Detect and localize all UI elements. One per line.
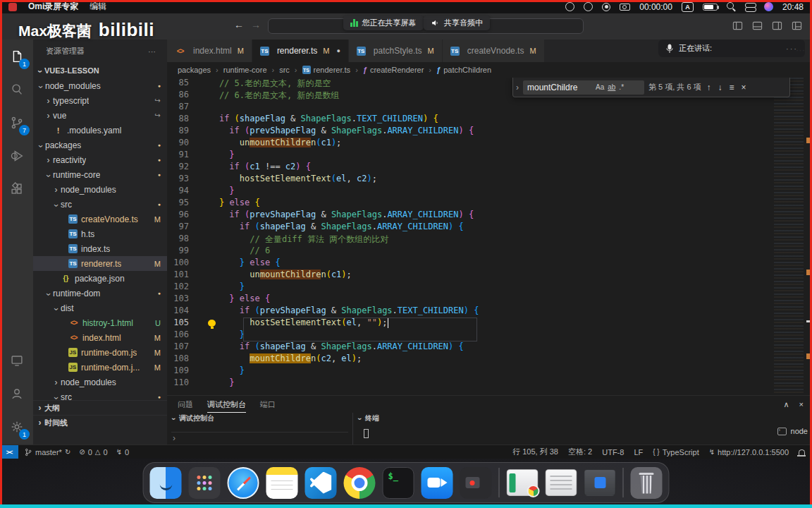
panel-tab-问题[interactable]: 问题 bbox=[178, 396, 193, 413]
siri-icon[interactable] bbox=[764, 2, 773, 11]
toggle-sidebar-icon[interactable] bbox=[732, 20, 743, 31]
code-line-107[interactable]: 107 if (shapeFlag & ShapeFlags.ARRAY_CHI… bbox=[167, 341, 812, 353]
breadcrumb-packages[interactable]: packages bbox=[178, 66, 211, 74]
find-close-icon[interactable]: × bbox=[740, 83, 748, 92]
panel-close-icon[interactable]: × bbox=[799, 400, 804, 409]
code-line-94[interactable]: 94 } bbox=[167, 186, 812, 198]
menubar-edit-menu[interactable]: 编辑 bbox=[90, 1, 106, 13]
code-line-109[interactable]: 109 } bbox=[167, 365, 812, 377]
file-index.html[interactable]: <>index.htmlM bbox=[33, 330, 167, 345]
tab-createVnode.ts[interactable]: TScreateVnode.tsM bbox=[443, 40, 545, 62]
meeting-dock-icon[interactable] bbox=[422, 467, 453, 499]
cursor-position[interactable]: 行 105, 列 38 bbox=[512, 447, 558, 457]
file-index.ts[interactable]: TSindex.ts bbox=[33, 241, 167, 256]
panel-maximize-icon[interactable]: ∧ bbox=[784, 400, 789, 409]
folder-reactivity[interactable]: ›reactivity● bbox=[33, 152, 167, 167]
code-line-102[interactable]: 102 } bbox=[167, 282, 812, 294]
folder-vue[interactable]: ›vue↪ bbox=[33, 108, 167, 123]
source-control-icon[interactable]: 7 bbox=[0, 106, 33, 139]
nav-back-icon[interactable]: ← bbox=[234, 19, 244, 30]
notifications-bell-icon[interactable] bbox=[799, 449, 805, 455]
settings-gear-icon[interactable]: 1 bbox=[0, 410, 33, 443]
workspace-root[interactable]: › VUE3-LESSON bbox=[33, 63, 167, 78]
folder-runtime-core[interactable]: ›runtime-core● bbox=[33, 167, 167, 182]
tab-patchStyle.ts[interactable]: TSpatchStyle.tsM bbox=[349, 40, 443, 62]
control-center-icon[interactable] bbox=[745, 3, 755, 11]
lightbulb-icon[interactable] bbox=[208, 320, 216, 327]
terminal-pane[interactable]: › 终端 node bbox=[352, 413, 812, 445]
speaking-indicator[interactable]: 正在讲话: ··· bbox=[658, 40, 805, 57]
minimap[interactable] bbox=[774, 78, 804, 395]
camera-icon[interactable] bbox=[620, 4, 630, 11]
menubar-status-icon-1[interactable] bbox=[565, 2, 574, 11]
panel-tab-端口[interactable]: 端口 bbox=[260, 396, 276, 413]
trash-dock-icon[interactable] bbox=[631, 467, 663, 499]
problems-status[interactable]: ⊘ 0 △ 0 bbox=[79, 448, 107, 456]
timeline-section[interactable]: › 时间线 bbox=[33, 415, 167, 430]
match-case-toggle[interactable]: Aa bbox=[596, 83, 604, 91]
tab-renderer.ts[interactable]: TSrenderer.tsM● bbox=[252, 40, 349, 62]
file-.modules.yaml[interactable]: !.modules.yaml bbox=[33, 123, 167, 138]
launchpad-dock-icon[interactable] bbox=[189, 467, 221, 499]
find-previous-icon[interactable]: ↑ bbox=[706, 83, 713, 92]
code-line-96[interactable]: 96 if (prevShapeFlag & ShapeFlags.ARRAY_… bbox=[167, 210, 812, 222]
menubar-clock[interactable]: 20:48 bbox=[782, 2, 804, 12]
code-line-103[interactable]: 103 } else { bbox=[167, 294, 812, 306]
toggle-replace-icon[interactable]: › bbox=[516, 83, 519, 92]
whole-word-toggle[interactable]: ab bbox=[608, 83, 615, 91]
code-line-101[interactable]: 101 unmountChildren(c1); bbox=[167, 270, 812, 282]
minimized-window-doc-dock-icon[interactable] bbox=[546, 469, 577, 496]
remote-indicator[interactable]: >< bbox=[0, 445, 18, 459]
terminal-dock-icon[interactable] bbox=[383, 467, 414, 499]
nav-forward-icon[interactable]: → bbox=[251, 19, 261, 30]
folder-packages[interactable]: ›packages● bbox=[33, 138, 167, 152]
vscode-dock-icon[interactable] bbox=[305, 467, 337, 499]
find-in-selection-icon[interactable]: ≡ bbox=[728, 83, 736, 92]
screen-sharing-indicator[interactable]: 您正在共享屏幕 bbox=[343, 16, 424, 30]
remote-explorer-icon[interactable] bbox=[0, 344, 33, 377]
menubar-app-name[interactable]: Omi录屏专家 bbox=[28, 1, 78, 13]
safari-dock-icon[interactable] bbox=[228, 467, 259, 499]
sync-icon[interactable]: ↻ bbox=[65, 448, 70, 456]
minimized-window-sheet-dock-icon[interactable] bbox=[507, 469, 539, 496]
record-button-icon[interactable] bbox=[602, 3, 610, 11]
code-line-92[interactable]: 92 if (c1 !== c2) { bbox=[167, 162, 812, 174]
breadcrumb-patchChildren[interactable]: ƒpatchChildren bbox=[436, 66, 491, 74]
code-line-91[interactable]: 91 } bbox=[167, 150, 812, 162]
language-mode[interactable]: { } TypeScript bbox=[653, 448, 699, 456]
minimized-window-dark-dock-icon[interactable] bbox=[584, 469, 616, 496]
debug-console-header[interactable]: › 调试控制台 bbox=[167, 413, 352, 423]
code-line-87[interactable]: 87 bbox=[167, 102, 812, 114]
live-server-url[interactable]: ↯ http://127.0.0.1:5500 bbox=[709, 448, 789, 456]
outline-section[interactable]: › 大纲 bbox=[33, 400, 167, 415]
file-runtime-dom.j...[interactable]: JSruntime-dom.j...M bbox=[33, 360, 167, 375]
file-package.json[interactable]: {}package.json bbox=[33, 271, 167, 286]
code-line-93[interactable]: 93 hostSetElementText(el, c2); bbox=[167, 174, 812, 186]
file-renderer.ts[interactable]: TSrenderer.tsM bbox=[33, 256, 167, 271]
breadcrumb-runtime-core[interactable]: runtime-core bbox=[223, 66, 267, 74]
eol-sequence[interactable]: LF bbox=[634, 448, 643, 456]
code-line-104[interactable]: 104 if (prevShapeFlag & ShapeFlags.TEXT_… bbox=[167, 306, 812, 318]
folder-node_modules[interactable]: ›node_modules● bbox=[33, 78, 167, 93]
folder-typescript[interactable]: ›typescript↪ bbox=[33, 93, 167, 108]
search-icon[interactable] bbox=[0, 73, 33, 106]
code-line-110[interactable]: 110 } bbox=[167, 377, 812, 389]
status-extra[interactable]: ↯ 0 bbox=[116, 448, 130, 456]
debug-console-input[interactable]: › bbox=[171, 432, 348, 444]
code-line-88[interactable]: 88 if (shapeFlag & ShapeFlags.TEXT_CHILD… bbox=[167, 114, 812, 126]
code-line-97[interactable]: 97 if (shapeFlag & ShapeFlags.ARRAY_CHIL… bbox=[167, 222, 812, 234]
code-line-106[interactable]: 106 } bbox=[167, 329, 812, 341]
file-h.ts[interactable]: TSh.ts bbox=[33, 226, 167, 241]
code-line-89[interactable]: 89 if (prevShapeFlag & ShapeFlags.ARRAY_… bbox=[167, 126, 812, 138]
code-line-100[interactable]: 100 } else { bbox=[167, 258, 812, 270]
breadcrumb-createRenderer[interactable]: ƒcreateRenderer bbox=[363, 66, 424, 74]
customize-layout-icon[interactable] bbox=[792, 20, 802, 31]
code-line-98[interactable]: 98 // 全量diff 算法 两个数组的比对 bbox=[167, 234, 812, 246]
folder-runtime-dom[interactable]: ›runtime-dom● bbox=[33, 286, 167, 301]
audio-sharing-indicator[interactable]: 共享音频中 bbox=[424, 16, 490, 30]
finder-dock-icon[interactable] bbox=[150, 467, 182, 499]
code-line-90[interactable]: 90 unmountChildren(c1); bbox=[167, 138, 812, 150]
toggle-panel-icon[interactable] bbox=[752, 20, 763, 31]
file-createVnode.ts[interactable]: TScreateVnode.tsM bbox=[33, 212, 167, 226]
code-line-99[interactable]: 99 // 6 bbox=[167, 246, 812, 258]
